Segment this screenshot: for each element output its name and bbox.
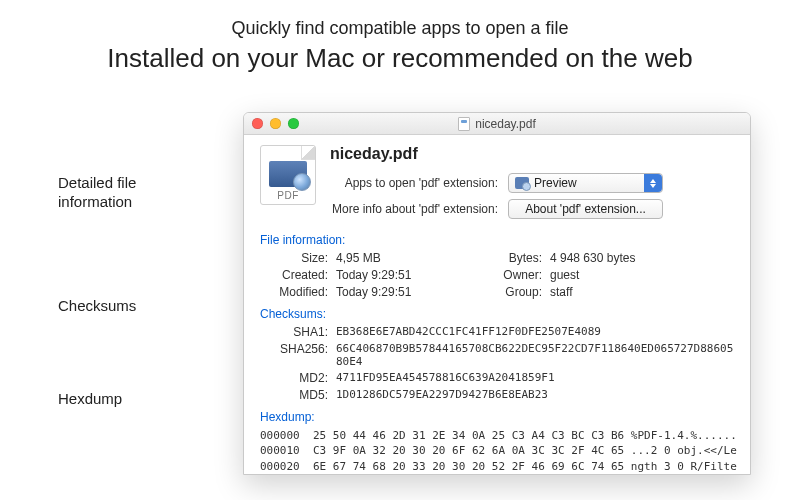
section-fileinfo: File information: [260, 233, 734, 247]
checksums-grid: SHA1:EB368E6E7ABD42CCC1FC41FF12F0DFE2507… [260, 325, 734, 402]
about-extension-button[interactable]: About 'pdf' extension... [508, 199, 663, 219]
preview-app-icon [515, 177, 529, 189]
hero-line2: Installed on your Mac or recommended on … [0, 43, 800, 74]
hero-line1: Quickly find compatible apps to open a f… [0, 18, 800, 39]
close-icon[interactable] [252, 118, 263, 129]
section-hexdump: Hexdump: [260, 410, 734, 424]
callout-detailed: Detailed fileinformation [58, 174, 136, 212]
hexdump-body: 000000 25 50 44 46 2D 31 2E 34 0A 25 C3 … [260, 428, 734, 474]
minimize-icon[interactable] [270, 118, 281, 129]
apps-label: Apps to open 'pdf' extension: [330, 176, 508, 190]
fileinfo-grid: Size:4,95 MB Bytes:4 948 630 bytes Creat… [260, 251, 734, 299]
apps-select[interactable]: Preview [508, 173, 663, 193]
zoom-icon[interactable] [288, 118, 299, 129]
window-title: niceday.pdf [475, 117, 536, 131]
callout-checksums: Checksums [58, 297, 136, 316]
app-window: niceday.pdf PDF niceday.pdf Apps to open… [243, 112, 751, 475]
moreinfo-label: More info about 'pdf' extension: [330, 202, 508, 216]
file-type-icon: PDF [260, 145, 316, 205]
section-checksums: Checksums: [260, 307, 734, 321]
callout-hexdump: Hexdump [58, 390, 122, 409]
titlebar-document-icon [458, 117, 470, 131]
titlebar: niceday.pdf [244, 113, 750, 135]
chevron-updown-icon [644, 174, 662, 192]
file-name: niceday.pdf [330, 145, 734, 163]
